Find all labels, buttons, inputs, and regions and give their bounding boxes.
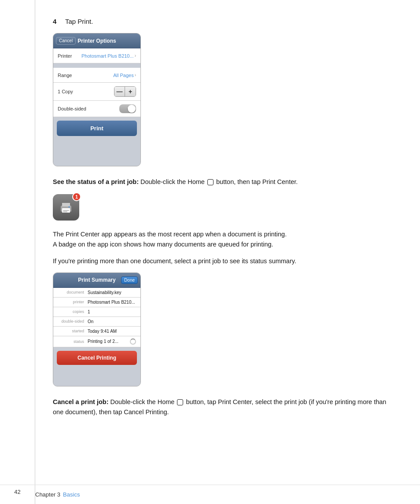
body-text-2: If you're printing more than one documen…: [53, 256, 394, 266]
copy-row-label: 1 Copy: [58, 89, 73, 94]
summary-value-copies: 1: [88, 309, 136, 314]
cancel-home-button-symbol: [177, 399, 183, 405]
svg-rect-3: [63, 210, 69, 211]
copy-stepper[interactable]: — +: [114, 86, 136, 97]
summary-value-printer: Photosmart Plus B210...: [88, 300, 136, 305]
printer-chevron-icon: ›: [135, 53, 136, 58]
summary-key-status: status: [58, 339, 84, 344]
loading-spinner-icon: [130, 338, 136, 345]
see-status-text: Double-click the Home: [139, 178, 206, 185]
summary-row-copies: copies 1: [53, 307, 140, 317]
cancel-job-text: Double-click the Home: [109, 398, 177, 405]
summary-key-copies: copies: [58, 309, 84, 314]
cancel-printing-button[interactable]: Cancel Printing: [57, 351, 137, 365]
summary-key-printer: printer: [58, 300, 84, 304]
step-number: 4: [53, 18, 59, 25]
print-summary-title: Print Summary: [78, 277, 115, 283]
printer-options-title: Printer Options: [77, 38, 116, 44]
print-summary-navbar: Print Summary Done: [53, 273, 140, 288]
step-text: Tap Print.: [65, 18, 93, 25]
copy-row: 1 Copy — +: [53, 83, 140, 101]
summary-value-started: Today 9:41 AM: [88, 329, 136, 334]
cancel-job-bold: Cancel a print job:: [53, 398, 109, 405]
toggle-thumb: [128, 105, 136, 113]
print-button[interactable]: Print: [57, 121, 137, 136]
see-status-paragraph: See the status of a print job: Double-cl…: [53, 177, 394, 187]
see-status-text2: button, then tap Print Center.: [214, 178, 298, 185]
printer-svg-icon: [58, 199, 74, 215]
summary-row-printer: printer Photosmart Plus B210...: [53, 298, 140, 307]
copy-increment-button[interactable]: +: [125, 87, 136, 96]
summary-key-started: started: [58, 329, 84, 333]
range-row-value: All Pages ›: [113, 73, 136, 78]
copy-decrement-button[interactable]: —: [114, 87, 125, 96]
summary-key-double-sided: double-sided: [58, 319, 84, 324]
summary-bottom-filler: [53, 368, 140, 386]
double-sided-toggle[interactable]: OFF: [119, 104, 136, 113]
done-button[interactable]: Done: [121, 276, 138, 284]
svg-point-5: [69, 206, 70, 208]
footer-section-label: Basics: [63, 491, 80, 498]
summary-row-document: document Sustainability.key: [53, 288, 140, 298]
range-row[interactable]: Range All Pages ›: [53, 68, 140, 83]
separator-1: [53, 63, 140, 68]
cancel-job-paragraph: Cancel a print job: Double-click the Hom…: [53, 397, 394, 417]
range-chevron-icon: ›: [135, 73, 136, 77]
printer-options-navbar: Cancel Printer Options: [53, 33, 140, 48]
printer-options-mockup: Cancel Printer Options Printer Photosmar…: [53, 33, 141, 166]
summary-row-status: status Printing 1 of 2...: [53, 336, 140, 347]
summary-value-double-sided: On: [88, 319, 136, 324]
see-status-bold: See the status of a print job:: [53, 178, 139, 185]
footer-chapter-label: Chapter 3: [35, 491, 60, 498]
bottom-filler: [53, 140, 140, 166]
double-sided-label: Double-sided: [58, 106, 86, 111]
step-4-line: 4 Tap Print.: [53, 18, 394, 25]
cancel-button[interactable]: Cancel: [56, 37, 76, 44]
summary-value-document: Sustainability.key: [88, 290, 136, 295]
page: 42 4 Tap Print. Cancel Printer Options P…: [0, 0, 420, 504]
print-center-icon: 1: [53, 194, 79, 221]
footer: Chapter 3 Basics: [0, 485, 420, 504]
home-button-symbol: [207, 179, 214, 185]
left-margin: 42: [0, 0, 35, 504]
body-text-1: The Print Center app appears as the most…: [53, 229, 394, 250]
printer-row[interactable]: Printer Photosmart Plus B210... ›: [53, 48, 140, 63]
svg-rect-4: [63, 211, 67, 212]
svg-rect-1: [62, 203, 70, 206]
summary-row-started: started Today 9:41 AM: [53, 327, 140, 336]
printer-options-table: Printer Photosmart Plus B210... › Range …: [53, 48, 140, 117]
double-sided-row: Double-sided OFF: [53, 101, 140, 117]
summary-row-double-sided: double-sided On: [53, 317, 140, 327]
print-summary-table: document Sustainability.key printer Phot…: [53, 288, 140, 347]
print-summary-mockup: Print Summary Done document Sustainabili…: [53, 272, 141, 386]
badge-count: 1: [72, 192, 81, 201]
main-content: 4 Tap Print. Cancel Printer Options Prin…: [35, 0, 420, 504]
summary-key-document: document: [58, 290, 84, 294]
printer-row-value: Photosmart Plus B210... ›: [81, 53, 136, 59]
range-row-label: Range: [58, 73, 72, 78]
printer-row-label: Printer: [58, 53, 72, 59]
summary-value-status: Printing 1 of 2...: [88, 339, 130, 344]
